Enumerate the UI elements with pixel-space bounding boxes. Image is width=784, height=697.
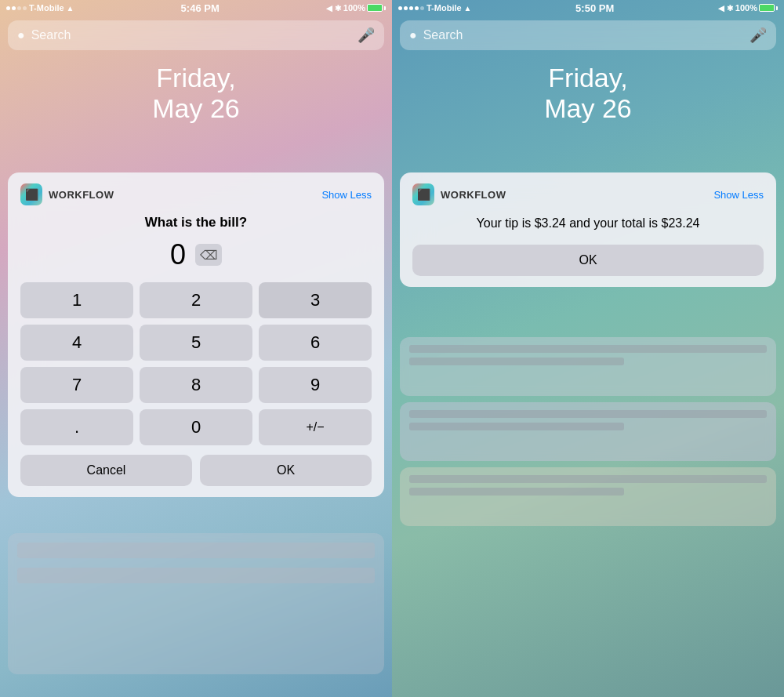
right-workflow-title-area: ⬛ WORKFLOW (412, 183, 506, 205)
right-search-bar[interactable]: ● Search 🎤 (400, 20, 776, 50)
left-carrier: T-Mobile (29, 3, 64, 13)
r-signal-dot-1 (398, 6, 402, 10)
right-result-card: ⬛ WORKFLOW Show Less Your tip is $3.24 a… (400, 172, 776, 287)
left-ok-button[interactable]: OK (200, 455, 372, 486)
blur-card-3-line-1 (409, 475, 767, 483)
right-battery-fill (760, 5, 774, 11)
blur-card-2 (400, 402, 776, 461)
left-location-icon: ◀ (326, 4, 332, 13)
left-search-text: Search (31, 28, 358, 42)
key-plusminus[interactable]: +/− (259, 409, 372, 445)
left-wifi-icon: ▲ (67, 4, 74, 13)
r-signal-dot-5 (420, 6, 424, 10)
right-date-display: Friday, May 26 (392, 63, 784, 124)
r-signal-dot-3 (409, 6, 413, 10)
right-signal (398, 6, 424, 10)
left-dialog-question: What is the bill? (20, 215, 372, 231)
key-1[interactable]: 1 (20, 282, 133, 318)
key-9[interactable]: 9 (259, 367, 372, 403)
right-show-less[interactable]: Show Less (713, 189, 764, 201)
left-delete-button[interactable]: ⌫ (195, 244, 222, 266)
signal-dot-4 (23, 6, 27, 10)
blur-card-1 (400, 337, 776, 396)
left-blurred-bottom (8, 533, 384, 674)
blur-card-3 (400, 467, 776, 526)
left-battery-fill (368, 5, 382, 11)
blur-card-3-line-2 (409, 488, 624, 496)
left-date-monthday: May 26 (0, 93, 392, 124)
right-blurred-cards (400, 337, 776, 532)
left-workflow-icon: ⬛ (20, 183, 42, 205)
signal-dot-2 (12, 6, 16, 10)
left-battery-body (367, 4, 383, 12)
left-status-left: T-Mobile ▲ (6, 3, 74, 13)
r-signal-dot-4 (415, 6, 419, 10)
blur-line-1 (17, 543, 375, 558)
right-search-icon: ● (409, 28, 417, 42)
signal-dot-3 (17, 6, 21, 10)
right-location-icon: ◀ (718, 4, 724, 13)
left-status-right: ◀ ✱ 100% (326, 3, 386, 13)
right-phone-screen: T-Mobile ▲ 5:50 PM ◀ ✱ 100% ● Search 🎤 F… (392, 0, 784, 697)
right-battery-body (759, 4, 775, 12)
left-action-buttons: Cancel OK (20, 455, 372, 486)
left-workflow-header: ⬛ WORKFLOW Show Less (20, 183, 372, 205)
right-battery-tip (776, 6, 778, 10)
right-carrier: T-Mobile (426, 3, 462, 13)
left-battery-pct: 100% (343, 3, 365, 13)
left-time: 5:46 PM (181, 2, 220, 14)
right-workflow-label: WORKFLOW (441, 189, 506, 201)
left-workflow-card: ⬛ WORKFLOW Show Less What is the bill? 0… (8, 172, 384, 497)
right-result-message: Your tip is $3.24 and your total is $23.… (412, 215, 764, 232)
right-status-bar: T-Mobile ▲ 5:50 PM ◀ ✱ 100% (392, 0, 784, 16)
left-bluetooth-icon: ✱ (335, 4, 341, 13)
right-status-left: T-Mobile ▲ (398, 3, 472, 13)
right-battery: 100% (735, 3, 778, 13)
key-4[interactable]: 4 (20, 325, 133, 361)
left-battery-tip (384, 6, 386, 10)
left-workflow-title-area: ⬛ WORKFLOW (20, 183, 114, 205)
right-time: 5:50 PM (575, 2, 614, 14)
left-input-display: 0 ⌫ (20, 238, 372, 271)
left-date-day: Friday, (0, 63, 392, 93)
left-search-bar[interactable]: ● Search 🎤 (8, 20, 384, 50)
right-search-text: Search (423, 28, 750, 42)
blur-line-2 (17, 568, 375, 583)
right-mic-icon[interactable]: 🎤 (750, 27, 767, 44)
right-date-day: Friday, (392, 63, 784, 93)
signal-dot-1 (6, 6, 10, 10)
left-workflow-label: WORKFLOW (49, 189, 114, 201)
right-status-right: ◀ ✱ 100% (718, 3, 778, 13)
right-workflow-header: ⬛ WORKFLOW Show Less (412, 183, 764, 205)
key-5[interactable]: 5 (140, 325, 252, 361)
left-cancel-button[interactable]: Cancel (20, 455, 192, 486)
left-signal (6, 6, 27, 10)
left-battery: 100% (343, 3, 386, 13)
right-workflow-icon: ⬛ (412, 183, 434, 205)
left-keypad: 1 2 3 4 5 6 7 8 9 . 0 +/− (20, 282, 372, 445)
key-3[interactable]: 3 (259, 282, 372, 318)
blur-card-1-line-2 (409, 358, 624, 365)
right-wifi-icon: ▲ (464, 4, 472, 13)
left-show-less[interactable]: Show Less (321, 189, 372, 201)
right-ok-button[interactable]: OK (412, 245, 764, 276)
blur-card-2-line-2 (409, 423, 624, 430)
left-status-bar: T-Mobile ▲ 5:46 PM ◀ ✱ 100% (0, 0, 392, 16)
key-dot[interactable]: . (20, 409, 133, 445)
left-mic-icon[interactable]: 🎤 (358, 27, 375, 44)
blur-card-2-line-1 (409, 410, 767, 418)
left-phone-screen: T-Mobile ▲ 5:46 PM ◀ ✱ 100% ● Search 🎤 F… (0, 0, 392, 697)
right-date-monthday: May 26 (392, 93, 784, 124)
key-0[interactable]: 0 (140, 409, 252, 445)
right-battery-pct: 100% (735, 3, 757, 13)
r-signal-dot-2 (404, 6, 408, 10)
key-6[interactable]: 6 (259, 325, 372, 361)
blur-card-1-line-1 (409, 345, 767, 353)
key-8[interactable]: 8 (140, 367, 252, 403)
key-7[interactable]: 7 (20, 367, 133, 403)
left-date-display: Friday, May 26 (0, 63, 392, 124)
key-2[interactable]: 2 (140, 282, 252, 318)
right-bluetooth-icon: ✱ (727, 4, 733, 13)
left-search-icon: ● (17, 28, 25, 42)
left-input-number: 0 (170, 238, 186, 271)
